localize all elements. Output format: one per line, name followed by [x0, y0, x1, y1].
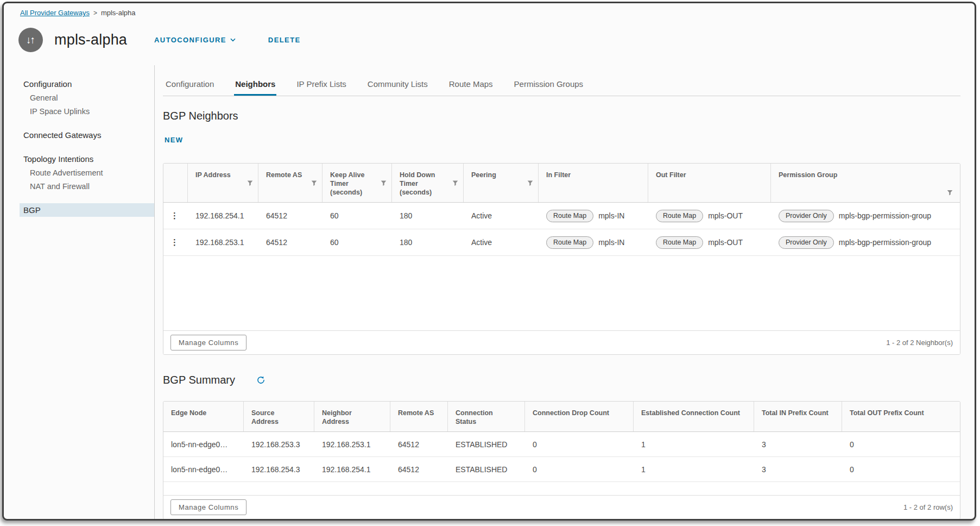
cell-total-out-prefix-count: 0: [842, 432, 960, 456]
chevron-down-icon: [230, 38, 236, 42]
neighbors-table-footer: Manage Columns 1 - 2 of 2 Neighbor(s): [163, 330, 960, 354]
column-keep-alive-timer: Keep Alive Timer (seconds): [323, 164, 392, 202]
column-label: Remote AS: [266, 171, 302, 179]
tab-route-maps[interactable]: Route Maps: [448, 79, 494, 96]
refresh-icon[interactable]: [257, 376, 265, 384]
breadcrumb: All Provider Gateways > mpls-alpha: [20, 9, 975, 17]
cell-peering: Active: [464, 229, 539, 255]
filter-funnel-icon[interactable]: [381, 180, 387, 186]
column-label: Out Filter: [656, 171, 686, 179]
cell-remote-as: 64512: [258, 203, 323, 229]
column-label: In Filter: [546, 171, 571, 179]
column-label: IP Address: [195, 171, 231, 179]
cell-connection-drop-count: 0: [525, 432, 634, 456]
in-filter-value: mpls-IN: [598, 211, 624, 220]
cell-total-in-prefix-count: 3: [754, 457, 842, 481]
row-menu-vertical-ellipsis-icon[interactable]: ⋮: [163, 203, 188, 229]
cell-in-filter: Route Map mpls-IN: [539, 203, 648, 229]
tab-neighbors[interactable]: Neighbors: [234, 79, 276, 96]
column-hold-down-timer: Hold Down Timer (seconds): [392, 164, 464, 202]
column-neighbor-address: Neighbor Address: [314, 402, 390, 431]
page-frame: All Provider Gateways > mpls-alpha ↓↑ mp…: [2, 2, 976, 521]
column-permission-group: Permission Group: [771, 164, 960, 202]
autoconfigure-button[interactable]: AUTOCONFIGURE: [154, 36, 236, 44]
sidebar-item-connected-gateways[interactable]: Connected Gateways: [23, 128, 154, 142]
summary-table-row[interactable]: lon5-nn-edge0… 192.168.254.3 192.168.254…: [163, 457, 960, 482]
tab-permission-groups[interactable]: Permission Groups: [513, 79, 585, 96]
out-filter-value: mpls-OUT: [708, 238, 743, 247]
page-header: ↓↑ mpls-alpha AUTOCONFIGURE DELETE: [18, 28, 975, 52]
sidebar-item-route-advertisement[interactable]: Route Advertisement: [23, 166, 154, 179]
table-empty-area: [163, 256, 960, 330]
cell-remote-as: 64512: [258, 229, 323, 255]
column-out-filter: Out Filter: [648, 164, 771, 202]
bgp-summary-title-row: BGP Summary: [163, 374, 960, 386]
cell-remote-as: 64512: [390, 432, 448, 456]
cell-permission-group: Provider Only mpls-bgp-permission-group: [771, 203, 960, 229]
tab-community-lists[interactable]: Community Lists: [366, 79, 429, 96]
cell-connection-status: ESTABLISHED: [448, 457, 525, 481]
column-remote-as: Remote AS: [390, 402, 448, 431]
row-menu-vertical-ellipsis-icon[interactable]: ⋮: [163, 229, 188, 255]
gateway-icon-glyph: ↓↑: [26, 34, 34, 46]
app-window: All Provider Gateways > mpls-alpha ↓↑ mp…: [0, 0, 980, 526]
route-map-badge: Route Map: [656, 236, 703, 249]
summary-table-row[interactable]: lon5-nn-edge0… 192.168.253.3 192.168.253…: [163, 432, 960, 457]
column-label: Hold Down Timer (seconds): [400, 171, 435, 196]
delete-button[interactable]: DELETE: [268, 36, 301, 44]
cell-hold-down: 180: [392, 229, 464, 255]
column-label: Keep Alive Timer (seconds): [330, 171, 364, 196]
neighbor-table-row[interactable]: ⋮ 192.168.253.1 64512 60 180 Active Rout…: [163, 229, 960, 256]
sidebar-item-ip-space-uplinks[interactable]: IP Space Uplinks: [23, 104, 154, 118]
column-label: Neighbor Address: [322, 409, 352, 425]
cell-established-connection-count: 1: [634, 457, 754, 481]
sidebar-item-general[interactable]: General: [23, 91, 154, 104]
sidebar-item-bgp[interactable]: BGP: [20, 203, 154, 217]
column-total-in-prefix-count: Total IN Prefix Count: [754, 402, 842, 431]
manage-columns-button[interactable]: Manage Columns: [170, 335, 246, 350]
breadcrumb-link-all-provider-gateways[interactable]: All Provider Gateways: [20, 9, 90, 17]
breadcrumb-current: mpls-alpha: [101, 9, 136, 17]
sidebar-item-configuration[interactable]: Configuration: [23, 77, 154, 91]
cell-hold-down: 180: [392, 203, 464, 229]
sidebar-item-topology-intentions[interactable]: Topology Intentions: [23, 152, 154, 166]
table-empty-area: [163, 482, 960, 495]
new-neighbor-button[interactable]: NEW: [165, 136, 184, 144]
column-connection-drop-count: Connection Drop Count: [525, 402, 634, 431]
delete-label: DELETE: [268, 36, 301, 44]
summary-table-footer: Manage Columns 1 - 2 of 2 row(s): [163, 495, 960, 519]
cell-connection-status: ESTABLISHED: [448, 432, 525, 456]
cell-remote-as: 64512: [390, 457, 448, 481]
bgp-neighbors-title: BGP Neighbors: [163, 110, 960, 122]
neighbors-table-header: IP Address Remote AS Keep Alive Timer (s…: [163, 164, 960, 203]
column-label: Peering: [471, 171, 496, 179]
cell-edge-node: lon5-nn-edge0…: [163, 457, 244, 481]
cell-peering: Active: [464, 203, 539, 229]
filter-funnel-icon[interactable]: [452, 180, 458, 186]
cell-out-filter: Route Map mpls-OUT: [648, 229, 771, 255]
manage-columns-button[interactable]: Manage Columns: [170, 499, 246, 515]
sidebar-item-nat-and-firewall[interactable]: NAT and Firewall: [23, 179, 154, 193]
cell-neighbor-address: 192.168.254.1: [314, 457, 390, 481]
tab-bar: Configuration Neighbors IP Prefix Lists …: [163, 65, 960, 96]
neighbor-table-row[interactable]: ⋮ 192.168.254.1 64512 60 180 Active Rout…: [163, 203, 960, 229]
cell-total-in-prefix-count: 3: [754, 432, 842, 456]
column-label: Source Address: [251, 409, 279, 425]
column-peering: Peering: [464, 164, 539, 202]
route-map-badge: Route Map: [546, 236, 593, 249]
filter-funnel-icon[interactable]: [947, 190, 953, 196]
filter-funnel-icon[interactable]: [247, 180, 253, 186]
column-row-menu: [163, 164, 188, 202]
cell-source-address: 192.168.254.3: [244, 457, 314, 481]
column-label: Established Connection Count: [641, 409, 740, 417]
tab-ip-prefix-lists[interactable]: IP Prefix Lists: [295, 79, 347, 96]
tab-configuration[interactable]: Configuration: [165, 79, 215, 96]
column-total-out-prefix-count: Total OUT Prefix Count: [842, 402, 960, 431]
filter-funnel-icon[interactable]: [311, 180, 317, 186]
column-label: Total OUT Prefix Count: [850, 409, 924, 417]
breadcrumb-separator-icon: >: [93, 9, 97, 17]
neighbors-pagination: 1 - 2 of 2 Neighbor(s): [886, 339, 953, 347]
filter-funnel-icon[interactable]: [527, 180, 533, 186]
cell-ip-address: 192.168.254.1: [188, 203, 258, 229]
route-map-badge: Route Map: [546, 210, 593, 222]
